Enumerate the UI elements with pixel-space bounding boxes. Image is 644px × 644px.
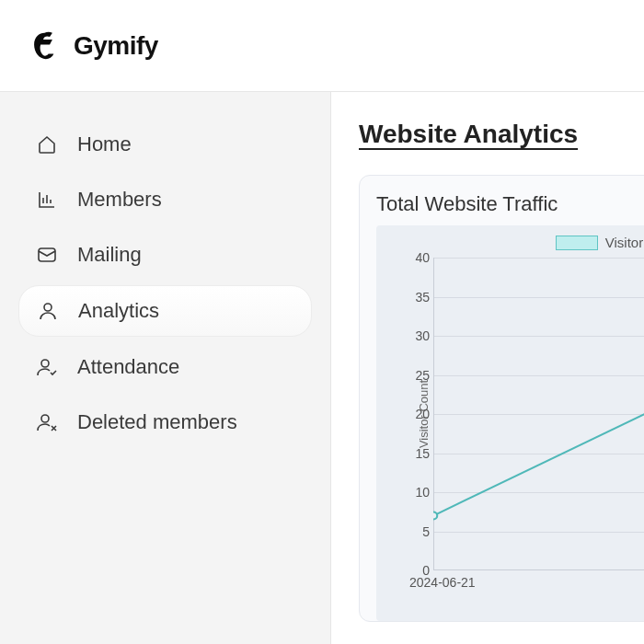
sidebar-item-home[interactable]: Home <box>18 120 312 169</box>
y-tick-label: 30 <box>406 328 430 343</box>
sidebar: Home Members Mailing <box>0 92 331 644</box>
chart-line <box>433 258 644 570</box>
user-icon <box>36 299 60 323</box>
sidebar-item-members[interactable]: Members <box>18 175 312 224</box>
y-tick-label: 25 <box>406 368 430 383</box>
y-tick-label: 35 <box>406 290 430 305</box>
sidebar-item-label: Attendance <box>77 355 179 379</box>
svg-point-1 <box>44 304 52 311</box>
y-tick-label: 5 <box>406 524 430 539</box>
svg-point-2 <box>41 360 49 367</box>
sidebar-item-label: Members <box>77 188 162 212</box>
legend-swatch <box>556 236 598 250</box>
chart-area: Visitor C Visitor Count 0510152025303540… <box>376 225 644 621</box>
y-tick-label: 20 <box>406 407 430 421</box>
x-tick-label: 2024-06-21 <box>409 575 476 590</box>
bar-chart-icon <box>35 188 59 212</box>
svg-point-3 <box>41 415 49 422</box>
home-icon <box>35 132 59 156</box>
page-title: Website Analytics <box>359 120 644 149</box>
y-tick-label: 40 <box>406 250 430 265</box>
sidebar-item-mailing[interactable]: Mailing <box>18 230 312 280</box>
sidebar-item-analytics[interactable]: Analytics <box>18 285 312 337</box>
chart-card: Total Website Traffic Visitor C Visitor … <box>359 175 644 622</box>
main-content: Website Analytics Total Website Traffic … <box>331 92 644 644</box>
chart-legend: Visitor C <box>376 235 644 250</box>
sidebar-item-label: Mailing <box>77 243 142 267</box>
sidebar-item-label: Deleted members <box>77 410 237 434</box>
brand-logo-icon <box>28 30 59 62</box>
y-tick-label: 10 <box>406 485 430 500</box>
y-tick-label: 15 <box>406 446 430 461</box>
chart-plot: Visitor Count 0510152025303540 2024-06-2… <box>433 258 644 570</box>
y-axis-ticks: 0510152025303540 <box>406 258 430 570</box>
sidebar-item-attendance[interactable]: Attendance <box>18 342 312 392</box>
chart-title: Total Website Traffic <box>376 192 644 216</box>
topbar: Gymify <box>0 0 644 92</box>
legend-label: Visitor C <box>605 235 644 250</box>
svg-point-4 <box>433 512 437 520</box>
sidebar-item-deleted-members[interactable]: Deleted members <box>18 397 312 447</box>
brand-name: Gymify <box>74 31 158 61</box>
sidebar-item-label: Home <box>77 132 132 156</box>
mail-icon <box>35 243 59 267</box>
user-check-icon <box>35 355 59 379</box>
user-x-icon <box>35 410 59 434</box>
svg-rect-0 <box>39 248 55 261</box>
sidebar-item-label: Analytics <box>78 299 159 323</box>
